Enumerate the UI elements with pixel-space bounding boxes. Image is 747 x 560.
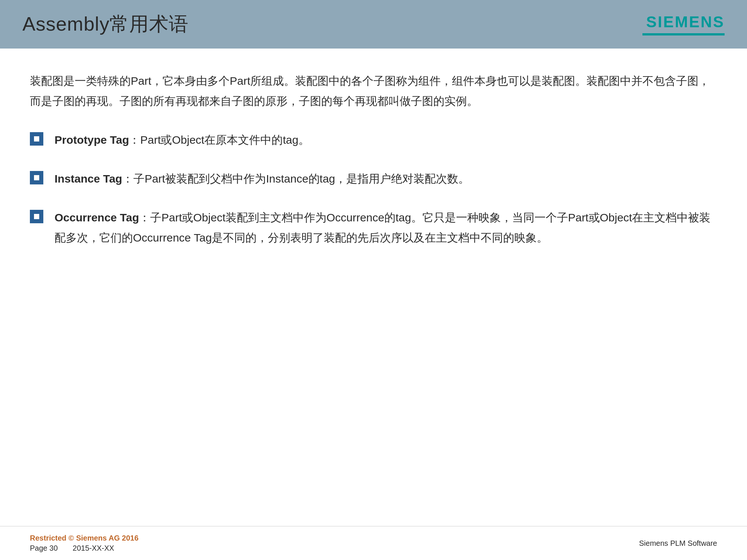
footer-company-label: Siemens PLM Software <box>639 539 717 548</box>
slide-header: Assembly常用术语 SIEMENS <box>0 0 747 49</box>
footer-left: Restricted © Siemens AG 2016 Page 30 201… <box>30 534 139 553</box>
footer-restricted-text: Restricted © Siemens AG 2016 <box>30 534 139 542</box>
footer-date-label: 2015-XX-XX <box>73 544 114 553</box>
bullet-icon-2 <box>30 171 43 184</box>
siemens-logo-bar <box>642 33 725 35</box>
prototype-tag-description: ：Part或Object在原本文件中的tag。 <box>129 134 309 146</box>
intro-paragraph: 装配图是一类特殊的Part，它本身由多个Part所组成。装配图中的各个子图称为组… <box>30 71 717 111</box>
bullet-text-instance: Instance Tag：子Part被装配到父档中作为Instance的tag，… <box>55 169 469 189</box>
bullet-text-occurrence: Occurrence Tag：子Part或Object装配到主文档中作为Occu… <box>55 208 717 248</box>
instance-tag-description: ：子Part被装配到父档中作为Instance的tag，是指用户绝对装配次数。 <box>122 172 469 185</box>
bullet-inner-square-1 <box>34 136 39 141</box>
bullet-item-prototype: Prototype Tag：Part或Object在原本文件中的tag。 <box>30 130 717 150</box>
siemens-logo-text: SIEMENS <box>646 13 725 31</box>
occurrence-tag-description: ：子Part或Object装配到主文档中作为Occurrence的tag。它只是… <box>55 211 710 244</box>
slide-content: 装配图是一类特殊的Part，它本身由多个Part所组成。装配图中的各个子图称为组… <box>0 49 747 526</box>
occurrence-tag-term: Occurrence Tag <box>55 211 139 224</box>
siemens-logo-area: SIEMENS <box>642 13 725 35</box>
footer-page-label: Page 30 <box>30 544 58 553</box>
bullet-icon-3 <box>30 210 43 223</box>
bullet-text-prototype: Prototype Tag：Part或Object在原本文件中的tag。 <box>55 130 310 150</box>
bullet-item-instance: Instance Tag：子Part被装配到父档中作为Instance的tag，… <box>30 169 717 189</box>
bullet-icon-1 <box>30 132 43 146</box>
instance-tag-term: Instance Tag <box>55 172 122 185</box>
slide-title: Assembly常用术语 <box>22 11 189 37</box>
bullet-item-occurrence: Occurrence Tag：子Part或Object装配到主文档中作为Occu… <box>30 208 717 248</box>
footer-page-info: Page 30 2015-XX-XX <box>30 544 139 553</box>
bullet-inner-square-2 <box>34 175 39 180</box>
prototype-tag-term: Prototype Tag <box>55 134 129 146</box>
slide: Assembly常用术语 SIEMENS 装配图是一类特殊的Part，它本身由多… <box>0 0 747 560</box>
bullet-inner-square-3 <box>34 214 39 219</box>
slide-footer: Restricted © Siemens AG 2016 Page 30 201… <box>0 526 747 560</box>
